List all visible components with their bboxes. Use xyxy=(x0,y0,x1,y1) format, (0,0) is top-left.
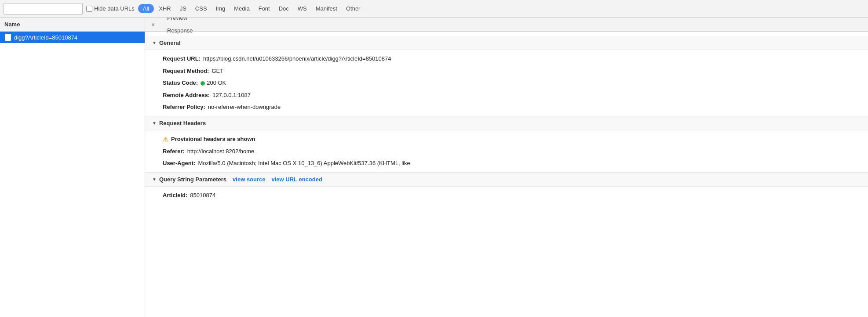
kv-row: Referrer Policy:no-referrer-when-downgra… xyxy=(145,101,868,113)
kv-key: Referer: xyxy=(163,147,185,156)
file-list-item[interactable]: digg?ArticleId=85010874 xyxy=(0,32,145,43)
filter-btn-manifest[interactable]: Manifest xyxy=(312,4,341,13)
kv-key: Request URL: xyxy=(163,54,201,63)
filter-btn-media[interactable]: Media xyxy=(230,4,253,13)
request-headers-section-title: Request Headers xyxy=(159,120,206,126)
query-string-section: ▼ Query String Parameters view source vi… xyxy=(145,173,868,205)
tabs-row: × HeadersPreviewResponseTiming xyxy=(145,18,868,32)
provisional-headers-warning: ⚠ Provisional headers are shown xyxy=(145,133,868,145)
status-dot-icon xyxy=(201,81,205,86)
filter-btn-all[interactable]: All xyxy=(138,4,154,13)
request-headers-section-body: ⚠ Provisional headers are shown Referer:… xyxy=(145,130,868,172)
kv-row: Referer:http://localhost:8202/home xyxy=(145,145,868,158)
kv-row: Status Code:200 OK xyxy=(145,77,868,89)
detail-panel: × HeadersPreviewResponseTiming ▼ General… xyxy=(145,18,868,317)
filter-btn-img[interactable]: Img xyxy=(212,4,230,13)
request-headers-fields: Referer:http://localhost:8202/homeUser-A… xyxy=(145,145,868,169)
tab-preview[interactable]: Preview xyxy=(161,18,199,25)
query-string-section-title: Query String Parameters xyxy=(159,176,226,183)
general-section-header[interactable]: ▼ General xyxy=(145,36,868,50)
hide-data-urls-checkbox[interactable] xyxy=(86,6,92,12)
kv-value: https://blog.csdn.net/u010633266/phoenix… xyxy=(203,54,391,63)
view-url-encoded-link[interactable]: view URL encoded xyxy=(272,176,322,183)
file-list-item-label: digg?ArticleId=85010874 xyxy=(14,34,77,41)
general-section: ▼ General Request URL:https://blog.csdn.… xyxy=(145,36,868,116)
provisional-headers-text: Provisional headers are shown xyxy=(171,136,255,142)
filter-btn-other[interactable]: Other xyxy=(342,4,365,13)
request-headers-triangle-icon: ▼ xyxy=(152,121,157,126)
general-section-title: General xyxy=(159,40,180,46)
kv-key: User-Agent: xyxy=(163,159,195,168)
filter-buttons: AllXHRJSCSSImgMediaFontDocWSManifestOthe… xyxy=(138,4,365,13)
file-panel-header-label: Name xyxy=(4,21,20,28)
kv-value: no-referrer-when-downgrade xyxy=(208,103,281,112)
hide-data-urls-label: Hide data URLs xyxy=(86,5,135,12)
close-button[interactable]: × xyxy=(149,20,157,29)
filter-btn-xhr[interactable]: XHR xyxy=(155,4,175,13)
kv-row: ArticleId:85010874 xyxy=(145,189,868,202)
query-string-section-body: ArticleId:85010874 xyxy=(145,187,868,204)
kv-key: Referrer Policy: xyxy=(163,103,205,112)
file-panel: Name digg?ArticleId=85010874 xyxy=(0,18,145,317)
kv-value: 85010874 xyxy=(190,191,215,200)
view-source-link[interactable]: view source xyxy=(233,176,265,183)
kv-value: http://localhost:8202/home xyxy=(187,147,255,156)
kv-value: Mozilla/5.0 (Macintosh; Intel Mac OS X 1… xyxy=(198,159,410,168)
file-panel-header: Name xyxy=(0,18,145,32)
kv-key: Remote Address: xyxy=(163,91,210,100)
query-string-section-header[interactable]: ▼ Query String Parameters view source vi… xyxy=(145,173,868,187)
filter-btn-js[interactable]: JS xyxy=(176,4,190,13)
filter-btn-doc[interactable]: Doc xyxy=(275,4,293,13)
warning-icon: ⚠ xyxy=(163,136,168,143)
search-input[interactable]: digg xyxy=(4,3,83,14)
query-string-triangle-icon: ▼ xyxy=(152,177,157,182)
kv-value: 200 OK xyxy=(201,79,226,87)
main-layout: Name digg?ArticleId=85010874 × HeadersPr… xyxy=(0,18,868,317)
file-list: digg?ArticleId=85010874 xyxy=(0,32,145,43)
kv-row: Remote Address:127.0.0.1:1087 xyxy=(145,89,868,101)
kv-key: Status Code: xyxy=(163,79,198,87)
content-area: ▼ General Request URL:https://blog.csdn.… xyxy=(145,32,868,317)
filter-btn-css[interactable]: CSS xyxy=(191,4,211,13)
filter-btn-ws[interactable]: WS xyxy=(294,4,311,13)
request-headers-section: ▼ Request Headers ⚠ Provisional headers … xyxy=(145,116,868,173)
general-triangle-icon: ▼ xyxy=(152,40,157,45)
filter-btn-font[interactable]: Font xyxy=(255,4,274,13)
kv-row: User-Agent:Mozilla/5.0 (Macintosh; Intel… xyxy=(145,157,868,169)
kv-value: 127.0.0.1:1087 xyxy=(212,91,251,100)
kv-key: ArticleId: xyxy=(163,191,187,200)
svg-rect-0 xyxy=(5,34,11,41)
request-headers-section-header[interactable]: ▼ Request Headers xyxy=(145,116,868,130)
kv-key: Request Method: xyxy=(163,67,209,76)
toolbar: digg Hide data URLs AllXHRJSCSSImgMediaF… xyxy=(0,0,868,18)
kv-row: Request Method:GET xyxy=(145,65,868,77)
file-doc-icon xyxy=(4,34,11,41)
kv-row: Request URL:https://blog.csdn.net/u01063… xyxy=(145,53,868,65)
general-section-body: Request URL:https://blog.csdn.net/u01063… xyxy=(145,50,868,116)
kv-value: GET xyxy=(212,67,223,76)
